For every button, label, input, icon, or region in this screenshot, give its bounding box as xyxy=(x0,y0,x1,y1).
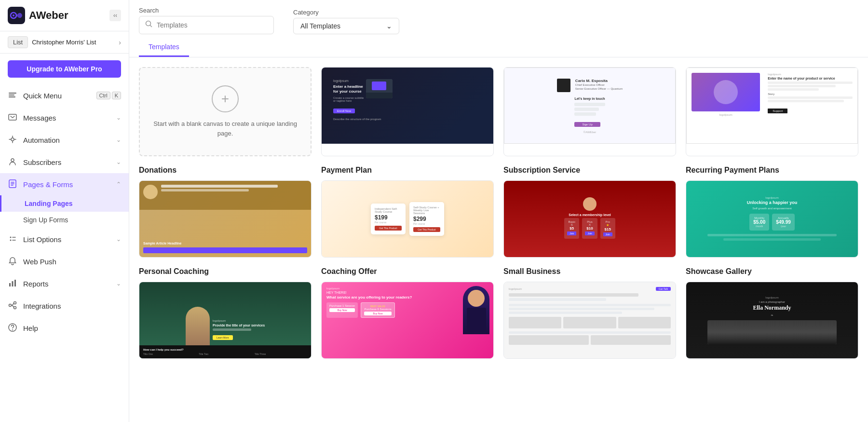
sidebar-item-quick-menu[interactable]: Quick Menu CtrlK xyxy=(0,84,129,107)
tabs-row: Templates xyxy=(139,39,858,57)
aweber-logo-icon xyxy=(8,7,25,24)
svg-point-2 xyxy=(13,14,14,16)
template-card-small-business[interactable]: logolpsum Can Talk xyxy=(503,282,676,359)
svg-rect-4 xyxy=(9,95,14,95)
donations-section: Donations Sample Article Headline xyxy=(139,166,858,258)
tab-templates[interactable]: Templates xyxy=(139,39,189,57)
template-card-product[interactable]: logolpsum logolpsum Enter the name of yo… xyxy=(686,67,858,156)
sidebar-item-landing-pages[interactable]: Landing Pages xyxy=(0,195,129,212)
chevron-down-icon: ⌄ xyxy=(116,159,121,165)
blank-canvas-text: Start with a blank canvas to create a un… xyxy=(149,119,301,138)
collapse-sidebar-button[interactable]: ‹‹ xyxy=(109,10,121,21)
sidebar-item-sign-up-forms[interactable]: Sign Up Forms xyxy=(0,212,129,228)
main-header: Search Category All Templates ⌄ Template… xyxy=(129,0,868,57)
template-card-personal-coaching[interactable]: logolpsum Provide the title of your serv… xyxy=(139,282,312,359)
subscription-service-thumbnail: Select a membership level Basic S $5 Joi… xyxy=(504,181,676,257)
category-label: Category xyxy=(293,9,399,16)
sidebar: AWeber ‹‹ List Christopher Morris' List … xyxy=(0,0,129,422)
subscription-service-section-header: Subscription Service xyxy=(503,166,676,175)
svg-rect-3 xyxy=(9,93,16,94)
showcase-gallery-section-block: Showcase Gallery logolpsum I am a photog… xyxy=(686,267,858,359)
donations-thumbnail: Sample Article Headline xyxy=(139,181,311,257)
sidebar-item-subscribers[interactable]: Subscribers ⌄ xyxy=(0,151,129,173)
subscribers-icon xyxy=(8,157,18,167)
payment-plan-thumbnail: Independent Self-Study Course $199 Per c… xyxy=(322,181,493,257)
list-badge: List xyxy=(8,36,28,48)
showcase-gallery-section-header: Showcase Gallery xyxy=(686,267,858,276)
svg-point-7 xyxy=(11,138,14,141)
chevron-down-icon: ⌄ xyxy=(116,136,121,143)
svg-point-10 xyxy=(10,237,12,238)
template-card-course[interactable]: logolpsum Enter a headline for your cour… xyxy=(321,67,494,156)
template-card-contact[interactable]: Carlo M. Esposita Chief Executive Office… xyxy=(503,67,676,156)
sidebar-item-pages-forms[interactable]: Pages & Forms ⌃ xyxy=(0,173,129,195)
template-card-payment-plan[interactable]: Independent Self-Study Course $199 Per c… xyxy=(321,180,494,258)
logo: AWeber xyxy=(8,7,68,24)
messages-icon xyxy=(8,112,18,123)
template-card-coaching-offer[interactable]: logolpsum HEY THERE! What service are yo… xyxy=(321,282,494,359)
list-name: Christopher Morris' List xyxy=(32,39,115,46)
keyboard-shortcut: CtrlK xyxy=(96,92,121,99)
coaching-section: Personal Coaching logolpsum Provide the … xyxy=(139,267,858,359)
template-grid-row1: + Start with a blank canvas to create a … xyxy=(139,67,858,156)
subscription-service-section-block: Subscription Service Select a membership… xyxy=(503,166,676,258)
logo-text: AWeber xyxy=(29,9,68,22)
chevron-down-icon: ⌄ xyxy=(116,280,121,287)
sidebar-item-help[interactable]: Help xyxy=(0,317,129,339)
svg-point-8 xyxy=(11,159,14,162)
coaching-grid: Personal Coaching logolpsum Provide the … xyxy=(139,267,858,359)
category-select[interactable]: All Templates ⌄ xyxy=(293,18,399,34)
list-options-icon xyxy=(8,234,18,245)
svg-rect-14 xyxy=(14,280,16,286)
svg-rect-5 xyxy=(9,96,15,97)
small-business-section-header: Small Business xyxy=(503,267,676,276)
small-business-section-block: Small Business logolpsum Can Talk xyxy=(503,267,676,359)
donations-section-block: Donations Sample Article Headline xyxy=(139,166,312,258)
sidebar-item-label: Reports xyxy=(23,280,111,288)
sidebar-item-label: Automation xyxy=(23,136,111,144)
category-group: Category All Templates ⌄ xyxy=(293,9,399,34)
sidebar-item-integrations[interactable]: Integrations xyxy=(0,295,129,317)
pages-forms-icon xyxy=(8,179,18,190)
sidebar-item-label: Pages & Forms xyxy=(23,180,111,189)
web-push-icon xyxy=(8,256,18,267)
search-input-wrap[interactable] xyxy=(139,16,274,34)
recurring-payment-section-block: Recurring Payment Plans logolpsum Unlock… xyxy=(686,166,858,258)
coaching-offer-thumbnail: logolpsum HEY THERE! What service are yo… xyxy=(322,282,493,358)
payment-plan-section-block: Payment Plan Independent Self-Study Cour… xyxy=(321,166,494,258)
blank-canvas-card[interactable]: + Start with a blank canvas to create a … xyxy=(139,67,312,156)
small-business-thumbnail: logolpsum Can Talk xyxy=(504,282,676,358)
recurring-payment-section-header: Recurring Payment Plans xyxy=(686,166,858,175)
coaching-offer-section-header: Coaching Offer xyxy=(321,267,494,276)
template-card-showcase-gallery[interactable]: logolpsum I am a photographer Ella Norma… xyxy=(686,282,858,359)
sidebar-item-label: Quick Menu xyxy=(23,92,92,100)
add-icon: + xyxy=(212,85,239,112)
svg-point-11 xyxy=(10,240,12,241)
template-card-subscription-service[interactable]: Select a membership level Basic S $5 Joi… xyxy=(503,180,676,258)
list-selector[interactable]: List Christopher Morris' List › xyxy=(0,31,129,54)
recurring-payment-thumbnail: logolpsum Unlocking a happier you Self g… xyxy=(686,181,858,257)
sidebar-item-web-push[interactable]: Web Push xyxy=(0,250,129,272)
sidebar-item-label: Web Push xyxy=(23,258,121,266)
template-card-recurring-payment[interactable]: logolpsum Unlocking a happier you Self g… xyxy=(686,180,858,258)
sidebar-item-automation[interactable]: Automation ⌄ xyxy=(0,129,129,151)
personal-coaching-section-header: Personal Coaching xyxy=(139,267,312,276)
showcase-gallery-thumbnail: logolpsum I am a photographer Ella Norma… xyxy=(686,282,858,358)
category-value: All Templates xyxy=(300,22,340,30)
main-content: Search Category All Templates ⌄ Template… xyxy=(129,0,868,422)
personal-coaching-section-block: Personal Coaching logolpsum Provide the … xyxy=(139,267,312,359)
donations-grid: Donations Sample Article Headline xyxy=(139,166,858,258)
quick-menu-icon xyxy=(8,90,18,101)
sidebar-item-label: Messages xyxy=(23,114,111,122)
svg-point-15 xyxy=(9,304,12,307)
upgrade-button[interactable]: Upgrade to AWeber Pro xyxy=(8,60,121,78)
integrations-icon xyxy=(8,300,18,311)
search-input[interactable] xyxy=(157,21,268,29)
sidebar-item-list-options[interactable]: List Options ⌄ xyxy=(0,228,129,250)
sidebar-item-reports[interactable]: Reports ⌄ xyxy=(0,272,129,295)
search-row: Search Category All Templates ⌄ xyxy=(139,7,858,34)
sidebar-item-label: Integrations xyxy=(23,302,121,310)
sidebar-item-messages[interactable]: Messages ⌄ xyxy=(0,107,129,129)
sidebar-item-label: Help xyxy=(23,324,121,332)
template-card-donations[interactable]: Sample Article Headline xyxy=(139,180,312,258)
